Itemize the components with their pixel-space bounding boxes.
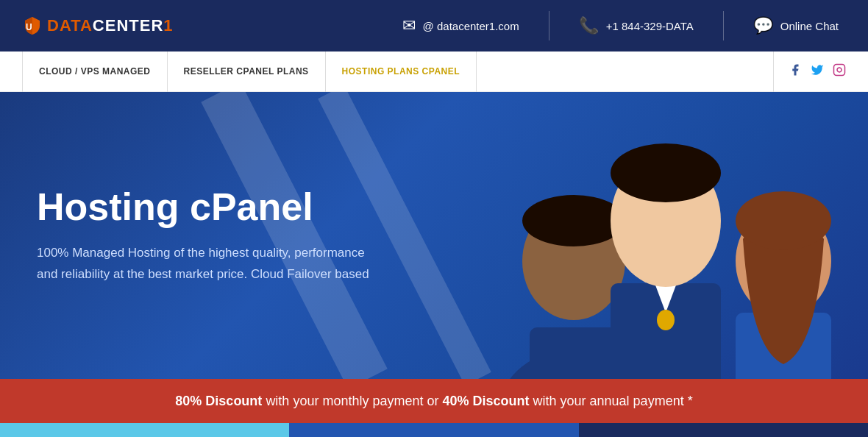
nav-cloud-vps[interactable]: CLOUD / VPS MANAGED [22, 51, 168, 92]
instagram-icon[interactable] [833, 63, 846, 80]
svg-point-11 [657, 310, 675, 330]
logo-text: DATACENTER1 [47, 16, 174, 35]
email-contact[interactable]: ✉ @ datacenter1.com [373, 16, 549, 35]
svg-point-8 [522, 195, 625, 246]
svg-rect-6 [530, 327, 618, 379]
discount-text: 80% Discount with your monthly payment o… [175, 394, 692, 409]
discount-middle: with your monthly payment or [266, 394, 442, 408]
hero-content: Hosting cPanel 100% Managed Hosting of t… [0, 157, 406, 315]
hero-subtitle: 100% Managed Hosting of the highest qual… [37, 243, 369, 285]
hosting-reseller-button[interactable]: HOSTING RESELLER [289, 423, 578, 437]
chat-text: Online Chat [780, 20, 839, 32]
svg-rect-1 [834, 64, 845, 75]
hero-section: Hosting cPanel 100% Managed Hosting of t… [0, 92, 868, 379]
web-hosting-button[interactable]: WEB HOSTING [0, 423, 289, 437]
email-icon: ✉ [402, 16, 416, 35]
nav-reseller[interactable]: RESELLER CPANEL PLANS [168, 51, 326, 92]
logo-shield-icon: U [22, 15, 43, 36]
social-links [773, 51, 846, 92]
phone-contact[interactable]: 📞 +1 844-329-DATA [549, 16, 723, 35]
email-text: @ datacenter1.com [423, 20, 519, 32]
discount-bold-1: 80% Discount [175, 394, 262, 408]
top-bar: U DATACENTER1 ✉ @ datacenter1.com 📞 +1 8… [0, 0, 868, 51]
chat-contact[interactable]: 💬 Online Chat [724, 16, 868, 35]
svg-text:U: U [26, 22, 32, 32]
discount-bold-2: 40% Discount [442, 394, 529, 408]
svg-point-16 [736, 191, 831, 250]
twitter-icon[interactable] [811, 63, 824, 80]
hero-illustration [427, 92, 868, 379]
svg-point-13 [611, 143, 721, 202]
discount-banner: 80% Discount with your monthly payment o… [0, 379, 868, 423]
nav-links: CLOUD / VPS MANAGED RESELLER CPANEL PLAN… [22, 51, 773, 92]
logo-area[interactable]: U DATACENTER1 [0, 15, 174, 36]
cloud-servers-button[interactable]: CLOUD SERVERS [579, 423, 868, 437]
hero-title: Hosting cPanel [37, 186, 369, 228]
person-right [736, 191, 831, 379]
bottom-buttons: WEB HOSTING HOSTING RESELLER CLOUD SERVE… [0, 423, 868, 437]
nav-hosting-plans[interactable]: HOSTING PLANS CPANEL [326, 51, 477, 92]
person-middle [611, 143, 721, 379]
phone-icon: 📞 [579, 16, 599, 35]
facebook-icon[interactable] [789, 63, 802, 80]
phone-text: +1 844-329-DATA [606, 20, 694, 32]
discount-after: with your annual payment * [533, 394, 693, 408]
chat-icon: 💬 [753, 16, 773, 35]
nav-bar: CLOUD / VPS MANAGED RESELLER CPANEL PLAN… [0, 51, 868, 92]
